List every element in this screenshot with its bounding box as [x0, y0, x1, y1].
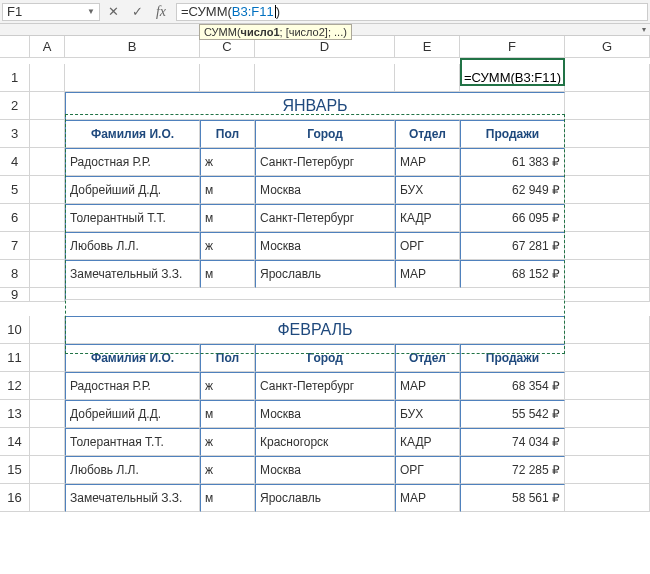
cell-a3[interactable] — [30, 120, 65, 148]
enter-button[interactable]: ✓ — [126, 3, 148, 21]
table-cell[interactable]: ОРГ — [395, 456, 460, 484]
row-head-15[interactable]: 15 — [0, 456, 30, 484]
table-cell[interactable]: ж — [200, 148, 255, 176]
cell-d1[interactable] — [255, 64, 395, 92]
row-head-6[interactable]: 6 — [0, 204, 30, 232]
cell-a1[interactable] — [30, 64, 65, 92]
table-cell[interactable]: Толерантная Т.Т. — [65, 428, 200, 456]
table-cell[interactable]: Москва — [255, 456, 395, 484]
table-cell[interactable]: 74 034 ₽ — [460, 428, 565, 456]
row-head-1[interactable]: 1 — [0, 64, 30, 92]
table-cell[interactable]: Ярославль — [255, 260, 395, 288]
cell-a7[interactable] — [30, 232, 65, 260]
row-head-4[interactable]: 4 — [0, 148, 30, 176]
hdr-sales[interactable]: Продажи — [460, 120, 565, 148]
table-cell[interactable]: 58 561 ₽ — [460, 484, 565, 512]
table-cell[interactable]: 62 949 ₽ — [460, 176, 565, 204]
table-cell[interactable]: МАР — [395, 260, 460, 288]
row-head-3[interactable]: 3 — [0, 120, 30, 148]
col-head-f[interactable]: F — [460, 36, 565, 58]
row-head-9[interactable]: 9 — [0, 288, 30, 302]
table-cell[interactable]: ж — [200, 232, 255, 260]
table-cell[interactable]: ж — [200, 456, 255, 484]
row-head-7[interactable]: 7 — [0, 232, 30, 260]
spreadsheet-grid[interactable]: A B C D E F G 1 =СУММ(B3:F11) 2 ЯНВАРЬ 3… — [0, 36, 650, 512]
table-cell[interactable]: БУХ — [395, 176, 460, 204]
insert-function-button[interactable]: fx — [150, 3, 172, 21]
table-cell[interactable]: 67 281 ₽ — [460, 232, 565, 260]
cell-g11[interactable] — [565, 344, 650, 372]
cell-g15[interactable] — [565, 456, 650, 484]
cell-a14[interactable] — [30, 428, 65, 456]
cell-a2[interactable] — [30, 92, 65, 120]
table-cell[interactable]: КАДР — [395, 428, 460, 456]
table-cell[interactable]: 55 542 ₽ — [460, 400, 565, 428]
cell-a6[interactable] — [30, 204, 65, 232]
table-cell[interactable]: ОРГ — [395, 232, 460, 260]
cell-a16[interactable] — [30, 484, 65, 512]
month-header-feb[interactable]: ФЕВРАЛЬ — [65, 316, 565, 344]
cell-e1[interactable] — [395, 64, 460, 92]
table-cell[interactable]: Любовь Л.Л. — [65, 232, 200, 260]
hdr-dept[interactable]: Отдел — [395, 120, 460, 148]
cell-f1[interactable]: =СУММ(B3:F11) — [460, 64, 565, 92]
table-cell[interactable]: Замечательный З.З. — [65, 260, 200, 288]
hdr-city[interactable]: Город — [255, 344, 395, 372]
table-cell[interactable]: Ярославль — [255, 484, 395, 512]
table-cell[interactable]: Любовь Л.Л. — [65, 456, 200, 484]
table-cell[interactable]: ж — [200, 372, 255, 400]
cell-a5[interactable] — [30, 176, 65, 204]
table-cell[interactable]: м — [200, 204, 255, 232]
cell-a9[interactable] — [30, 288, 65, 302]
col-head-e[interactable]: E — [395, 36, 460, 58]
cell-a11[interactable] — [30, 344, 65, 372]
hdr-name[interactable]: Фамилия И.О. — [65, 120, 200, 148]
table-cell[interactable]: м — [200, 484, 255, 512]
table-cell[interactable]: Санкт-Петербург — [255, 372, 395, 400]
formula-input[interactable]: =СУММ(B3:F11) СУММ(число1; [число2]; ...… — [176, 3, 648, 21]
row-head-16[interactable]: 16 — [0, 484, 30, 512]
chevron-down-icon[interactable]: ▾ — [642, 25, 646, 34]
cell-g10[interactable] — [565, 316, 650, 344]
col-head-g[interactable]: G — [565, 36, 650, 58]
hdr-sex[interactable]: Пол — [200, 120, 255, 148]
cell-a10[interactable] — [30, 316, 65, 344]
hdr-sex[interactable]: Пол — [200, 344, 255, 372]
table-cell[interactable]: Москва — [255, 400, 395, 428]
hdr-name[interactable]: Фамилия И.О. — [65, 344, 200, 372]
cell-g9[interactable] — [565, 288, 650, 302]
cell-g1[interactable] — [565, 64, 650, 92]
table-cell[interactable]: 61 383 ₽ — [460, 148, 565, 176]
table-cell[interactable]: Толерантный Т.Т. — [65, 204, 200, 232]
col-head-b[interactable]: B — [65, 36, 200, 58]
row-head-5[interactable]: 5 — [0, 176, 30, 204]
cell-g14[interactable] — [565, 428, 650, 456]
table-cell[interactable]: МАР — [395, 148, 460, 176]
table-cell[interactable]: Радостная Р.Р. — [65, 148, 200, 176]
table-cell[interactable]: м — [200, 176, 255, 204]
cancel-button[interactable]: ✕ — [102, 3, 124, 21]
cell-a4[interactable] — [30, 148, 65, 176]
cell-g3[interactable] — [565, 120, 650, 148]
cell-g2[interactable] — [565, 92, 650, 120]
cell-a13[interactable] — [30, 400, 65, 428]
table-cell[interactable]: МАР — [395, 484, 460, 512]
table-cell[interactable]: Добрейший Д.Д. — [65, 176, 200, 204]
table-cell[interactable]: 66 095 ₽ — [460, 204, 565, 232]
hdr-city[interactable]: Город — [255, 120, 395, 148]
table-cell[interactable]: МАР — [395, 372, 460, 400]
name-box[interactable]: F1 ▼ — [2, 3, 100, 21]
table-cell[interactable]: Замечательный З.З. — [65, 484, 200, 512]
month-header-jan[interactable]: ЯНВАРЬ — [65, 92, 565, 120]
table-cell[interactable]: ж — [200, 428, 255, 456]
cell-a15[interactable] — [30, 456, 65, 484]
cell-c1[interactable] — [200, 64, 255, 92]
table-cell[interactable]: Радостная Р.Р. — [65, 372, 200, 400]
row-head-10[interactable]: 10 — [0, 316, 30, 344]
cell-a12[interactable] — [30, 372, 65, 400]
cell-g16[interactable] — [565, 484, 650, 512]
row-head-12[interactable]: 12 — [0, 372, 30, 400]
cell-g7[interactable] — [565, 232, 650, 260]
table-cell[interactable]: м — [200, 400, 255, 428]
table-cell[interactable]: Санкт-Петербург — [255, 204, 395, 232]
